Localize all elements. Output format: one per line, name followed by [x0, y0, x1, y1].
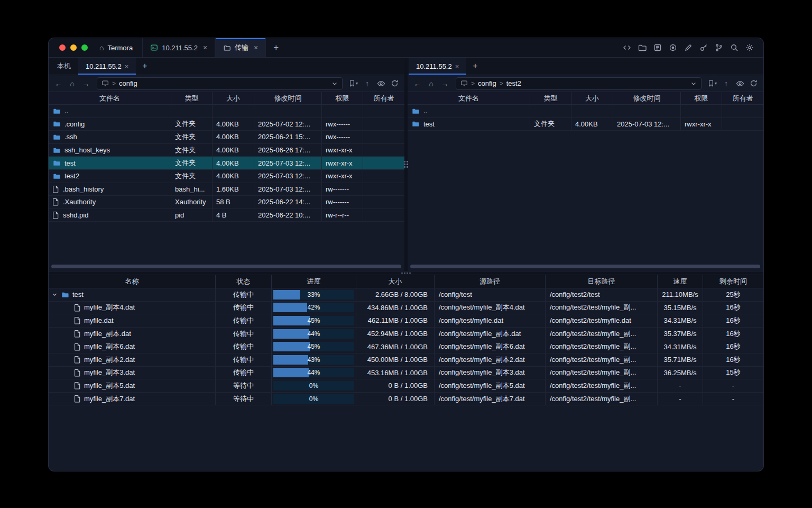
column-header[interactable]: 目标路径	[546, 275, 658, 288]
eye-icon[interactable]	[733, 77, 746, 90]
termora-window: ⌂ Termora 10.211.55.2 × 传输 × + 本机10.211.…	[49, 38, 763, 471]
column-header[interactable]: 名称	[49, 275, 216, 288]
folder-icon[interactable]	[635, 41, 649, 55]
home-icon[interactable]: ⌂	[66, 77, 79, 90]
search-icon[interactable]	[727, 41, 741, 55]
breadcrumb-segment[interactable]: test2	[506, 79, 521, 87]
branch-icon[interactable]	[712, 41, 725, 55]
key-icon[interactable]	[697, 41, 710, 55]
column-header[interactable]: 权限	[322, 92, 363, 104]
back-icon[interactable]: ←	[411, 77, 424, 90]
upload-icon[interactable]: ↑	[361, 77, 374, 90]
column-header[interactable]: 剩余时间	[703, 275, 763, 288]
code-icon[interactable]	[620, 41, 633, 55]
upload-icon[interactable]: ↑	[719, 77, 733, 90]
breadcrumb[interactable]: >config>test2	[456, 77, 702, 90]
new-pane-tab-button[interactable]: +	[136, 58, 153, 75]
macos-zoom-button[interactable]	[81, 44, 88, 51]
new-tab-button[interactable]: +	[266, 38, 286, 57]
back-icon[interactable]: ←	[52, 77, 65, 90]
bookmark-dropdown-icon[interactable]: ▾	[715, 81, 717, 86]
horizontal-scrollbar[interactable]	[410, 265, 760, 268]
close-tab-icon[interactable]: ×	[125, 62, 129, 70]
cell-owner	[363, 157, 404, 170]
folder-icon	[411, 107, 420, 115]
column-header[interactable]: 类型	[530, 92, 571, 104]
horizontal-scrollbar[interactable]	[51, 265, 401, 268]
home-icon[interactable]: ⌂	[425, 77, 438, 90]
column-header[interactable]: 大小	[213, 92, 254, 104]
column-header[interactable]: 源路径	[435, 275, 546, 288]
tab-host[interactable]: 10.211.55.2 ×	[142, 38, 215, 57]
transfer-row[interactable]: myfile_副本4.dat传输中42%434.86MB / 1.00GB/co…	[49, 302, 763, 315]
column-header[interactable]: 大小	[356, 275, 435, 288]
column-header[interactable]: 速度	[658, 275, 703, 288]
column-header[interactable]: 修改时间	[613, 92, 681, 104]
forward-icon[interactable]: →	[438, 77, 451, 90]
bookmark-icon[interactable]: ▾	[706, 77, 719, 90]
transfer-row[interactable]: myfile_副本.dat传输中44%452.94MB / 1.00GB/con…	[49, 328, 763, 341]
transfer-row[interactable]: myfile_副本5.dat等待中0%0 B / 1.00GB/config/t…	[49, 379, 763, 393]
transfer-row[interactable]: myfile_副本3.dat传输中44%453.16MB / 1.00GB/co…	[49, 367, 763, 380]
list-icon[interactable]	[651, 41, 664, 55]
settings-icon[interactable]	[743, 41, 756, 55]
column-header[interactable]: 进度	[272, 275, 356, 288]
file-row[interactable]: test文件夹4.00KB2025-07-03 12:...rwxr-xr-x	[408, 118, 763, 131]
record-icon[interactable]	[666, 41, 679, 55]
breadcrumb[interactable]: >config	[97, 77, 343, 90]
cell-eta: -	[703, 379, 763, 393]
file-row[interactable]: sshd.pidpid4 B2025-06-22 10:...rw-r--r--	[49, 209, 404, 222]
eye-icon[interactable]	[374, 77, 387, 90]
chevron-down-icon[interactable]	[690, 80, 697, 87]
file-row[interactable]: ..	[408, 105, 763, 118]
file-row[interactable]: .bash_historybash_hi...1.60KB2025-07-03 …	[49, 183, 404, 196]
transfer-row[interactable]: myfile_副本2.dat传输中43%450.00MB / 1.00GB/co…	[49, 353, 763, 367]
pane-tab[interactable]: 10.211.55.2×	[409, 58, 466, 75]
pane-tab[interactable]: 本机	[50, 58, 78, 75]
column-header[interactable]: 文件名	[49, 92, 171, 104]
macos-minimize-button[interactable]	[70, 44, 77, 51]
horizontal-splitter[interactable]	[49, 271, 763, 275]
column-header[interactable]: 大小	[571, 92, 613, 104]
column-header[interactable]: 所有者	[363, 92, 404, 104]
refresh-icon[interactable]	[388, 77, 401, 90]
file-row[interactable]: test2文件夹4.00KB2025-07-03 12:...rwxr-xr-x	[49, 170, 404, 183]
cell-size: 58 B	[213, 196, 254, 209]
file-row[interactable]: .XauthorityXauthority58 B2025-06-22 14:.…	[49, 196, 404, 209]
transfer-row[interactable]: myfile_副本6.dat传输中45%467.36MB / 1.00GB/co…	[49, 340, 763, 353]
macos-close-button[interactable]	[59, 44, 66, 51]
column-header[interactable]: 权限	[681, 92, 722, 104]
transfer-row[interactable]: myfile_副本7.dat等待中0%0 B / 1.00GB/config/t…	[49, 393, 763, 406]
file-row[interactable]: ssh_host_keys文件夹4.00KB2025-06-26 17:...r…	[49, 144, 404, 157]
file-row[interactable]: ..	[49, 105, 404, 118]
bookmark-dropdown-icon[interactable]: ▾	[356, 81, 358, 86]
cell-permissions	[681, 105, 722, 118]
collapse-icon[interactable]	[52, 292, 58, 297]
tab-transfer[interactable]: 传输 ×	[215, 38, 266, 57]
file-row[interactable]: test文件夹4.00KB2025-07-03 12:...rwxr-xr-x	[49, 157, 404, 170]
bookmark-icon[interactable]: ▾	[347, 77, 360, 90]
transfer-row[interactable]: test传输中33%2.66GB / 8.00GB/config/test/co…	[49, 288, 763, 302]
file-row[interactable]: .config文件夹4.00KB2025-07-02 12:...rwx----…	[49, 118, 404, 131]
breadcrumb-segment[interactable]: config	[478, 79, 496, 87]
breadcrumb-segment[interactable]: config	[119, 79, 137, 87]
app-tab[interactable]: ⌂ Termora	[95, 38, 142, 57]
forward-icon[interactable]: →	[79, 77, 93, 90]
new-pane-tab-button[interactable]: +	[466, 58, 484, 75]
column-header[interactable]: 所有者	[722, 92, 763, 104]
pane-tab[interactable]: 10.211.55.2×	[78, 58, 136, 75]
column-header[interactable]: 状态	[216, 275, 272, 288]
chevron-down-icon[interactable]	[331, 80, 338, 87]
edit-icon[interactable]	[681, 41, 695, 55]
file-row[interactable]: .ssh文件夹4.00KB2025-06-21 15:...rwx------	[49, 131, 404, 144]
refresh-icon[interactable]	[747, 77, 760, 90]
cell-size: 453.16MB / 1.00GB	[356, 367, 435, 380]
column-header[interactable]: 修改时间	[254, 92, 322, 104]
column-header[interactable]: 文件名	[408, 92, 530, 104]
file-table-header: 文件名类型大小修改时间权限所有者	[49, 92, 404, 105]
close-tab-icon[interactable]: ×	[254, 43, 258, 52]
close-tab-icon[interactable]: ×	[455, 62, 459, 70]
close-tab-icon[interactable]: ×	[203, 43, 207, 52]
column-header[interactable]: 类型	[171, 92, 213, 104]
transfer-row[interactable]: myfile.dat传输中45%462.11MB / 1.00GB/config…	[49, 314, 763, 328]
